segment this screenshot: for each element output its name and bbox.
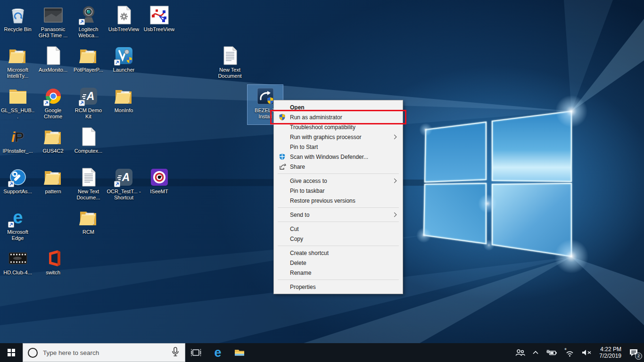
desktop-icon-computex[interactable]: Computex... — [71, 125, 106, 165]
desktop-icon-usbtreeview[interactable]: UsbTreeView — [141, 4, 177, 43]
desktop-icon-label: UsbTreeView — [108, 26, 139, 33]
menu-item-pin-to-start[interactable]: Pin to Start — [274, 142, 403, 152]
rcm-app-icon: A — [114, 167, 134, 188]
menu-item-send-to[interactable]: Send to — [274, 210, 403, 220]
menu-item-restore-previous-versions[interactable]: Restore previous versions — [274, 196, 403, 206]
desktop-icon-label: GUS4C2 — [42, 148, 63, 154]
menu-item-cut[interactable]: Cut — [274, 224, 403, 234]
start-button[interactable] — [0, 343, 23, 362]
desktop-icon-ocr-testt-shortcut[interactable]: AOCR_TestT... - Shortcut — [106, 166, 141, 206]
desktop-icon-microsoft-intellity[interactable]: Microsoft IntelliTy... — [0, 44, 35, 84]
document-blank-icon — [78, 126, 99, 147]
desktop-icon-hd-club-4[interactable]: HD.Club-4... — [0, 247, 35, 287]
menu-item-scan-with-windows-defender[interactable]: Scan with Windows Defender... — [274, 152, 403, 162]
desktop-icon-label: switch — [46, 270, 60, 276]
menu-item-properties[interactable]: Properties — [274, 282, 403, 292]
task-view-button[interactable] — [185, 343, 207, 362]
recycle-bin-icon — [8, 5, 28, 25]
context-menu: OpenRun as administratorTroubleshoot com… — [273, 100, 403, 294]
desktop-icon-microsoft-edge[interactable]: eMicrosoft Edge — [0, 206, 35, 246]
svg-text:*: * — [564, 348, 567, 353]
folder-open-icon — [114, 86, 134, 107]
desktop-icon-gus4c2[interactable]: GUS4C2 — [35, 125, 71, 165]
chevron-up-icon[interactable] — [528, 343, 543, 362]
taskbar: e — [0, 343, 644, 362]
desktop-icon-rcm[interactable]: RCM — [71, 206, 106, 246]
menu-item-troubleshoot-compatibility[interactable]: Troubleshoot compatibility — [274, 122, 403, 132]
menu-item-label: Delete — [290, 260, 397, 266]
menu-item-pin-to-taskbar[interactable]: Pin to taskbar — [274, 186, 403, 196]
taskbar-clock[interactable]: 4:22 PM 7/2/2019 — [595, 343, 625, 362]
shortcut-arrow-icon — [79, 19, 85, 25]
desktop-icon-gl-ss-hub-v3-0-0-0-1009[interactable]: GL_SS_HUB... V3.0.0.0_1009 — [0, 85, 35, 124]
svg-text:e: e — [13, 208, 23, 227]
desktop-icon-usbtreeview[interactable]: UsbTreeView — [106, 4, 141, 43]
taskbar-file-explorer-button[interactable] — [229, 343, 250, 362]
desktop-icon-supportas[interactable]: SupportAs... — [0, 166, 35, 206]
desktop-icon-logitech-webca[interactable]: Logitech Webca... — [71, 4, 106, 43]
desktop-icon-auxmonito[interactable]: AuxMonito... — [35, 44, 71, 84]
taskbar-edge-button[interactable]: e — [207, 343, 229, 362]
desktop-icon-label: RCM — [83, 229, 94, 235]
menu-item-open[interactable]: Open — [274, 102, 403, 112]
iseemt-icon — [149, 167, 170, 188]
chevron-right-icon — [392, 213, 397, 217]
microphone-icon[interactable] — [171, 346, 180, 359]
menu-item-rename[interactable]: Rename — [274, 268, 403, 278]
chrome-icon — [43, 86, 64, 107]
action-center-button[interactable]: 2 — [625, 343, 644, 362]
menu-item-delete[interactable]: Delete — [274, 258, 403, 268]
rcm-app-icon: A — [78, 86, 99, 107]
desktop-icon-panasonic-gh3-time[interactable]: Panasonic GH3 Time ... — [35, 4, 71, 43]
desktop-icon-label: GL_SS_HUB... V3.0.0.0_1009 — [0, 107, 35, 120]
wifi-icon[interactable]: * — [561, 343, 578, 362]
desktop-icon-ipinstaller[interactable]: iPIPInstaller_... — [0, 125, 35, 165]
svg-text:P: P — [15, 129, 24, 145]
menu-item-create-shortcut[interactable]: Create shortcut — [274, 248, 403, 258]
desktop-icon-new-text-docume[interactable]: New Text Docume... — [71, 166, 106, 206]
menu-item-label: Send to — [290, 212, 393, 218]
menu-item-give-access-to[interactable]: Give access to — [274, 176, 403, 186]
volume-muted-icon[interactable] — [578, 343, 595, 362]
clock-time: 4:22 PM — [599, 346, 621, 353]
desktop-icon-recycle-bin[interactable]: Recycle Bin — [0, 4, 35, 43]
menu-item-share[interactable]: Share — [274, 162, 403, 172]
battery-icon[interactable] — [543, 343, 561, 362]
menu-item-copy[interactable]: Copy — [274, 234, 403, 244]
desktop-icon-rcm-demo-kit[interactable]: ARCM Demo Kit — [71, 85, 106, 124]
shortcut-arrow-icon — [114, 59, 120, 66]
desktop-icon-label: IPInstaller_... — [2, 148, 33, 154]
menu-item-label: Properties — [290, 284, 397, 290]
desktop-icon-label: OCR_TestT... - Shortcut — [107, 189, 141, 201]
desktop-icon-pattern[interactable]: pattern — [35, 166, 71, 206]
menu-item-label: Run with graphics processor — [290, 134, 393, 140]
defender-shield-icon — [279, 153, 290, 160]
folder-open-icon — [43, 167, 64, 188]
desktop-icon-potplayerp[interactable]: PotPlayerP... — [71, 44, 106, 84]
desktop-icon-label: Computex... — [74, 148, 102, 154]
menu-separator — [278, 280, 399, 280]
video-thumbnail-icon — [43, 5, 64, 25]
desktop-icon-switch[interactable]: switch — [35, 247, 71, 287]
system-tray: * 4:22 PM 7/2/2019 2 — [512, 343, 644, 362]
uac-shield-icon — [279, 114, 290, 121]
menu-item-run-as-administrator[interactable]: Run as administrator — [274, 112, 403, 122]
chevron-right-icon — [392, 135, 397, 140]
desktop-icon-iseemt[interactable]: ISeeMT — [141, 166, 177, 206]
desktop-icon-new-text-document[interactable]: New Text Document — [212, 44, 248, 84]
desktop: Recycle BinPanasonic GH3 Time ...Logitec… — [0, 0, 644, 362]
desktop-icon-launcher[interactable]: Launcher — [106, 44, 141, 84]
taskbar-search[interactable] — [23, 343, 185, 362]
search-input[interactable] — [42, 349, 166, 357]
menu-item-label: Open — [290, 104, 397, 111]
desktop-icon-label: Microsoft IntelliTy... — [0, 67, 35, 79]
desktop-icon-google-chrome[interactable]: Google Chrome — [35, 85, 71, 124]
clock-date: 7/2/2019 — [599, 353, 621, 359]
bezel-installer-icon — [255, 86, 276, 107]
menu-separator — [278, 173, 399, 174]
menu-item-label: Create shortcut — [290, 250, 397, 256]
menu-item-run-with-graphics-processor[interactable]: Run with graphics processor — [274, 132, 403, 142]
people-icon[interactable] — [512, 343, 528, 362]
desktop-icon-moninfo[interactable]: MonInfo — [106, 85, 141, 124]
desktop-icon-label: SupportAs... — [3, 189, 32, 195]
